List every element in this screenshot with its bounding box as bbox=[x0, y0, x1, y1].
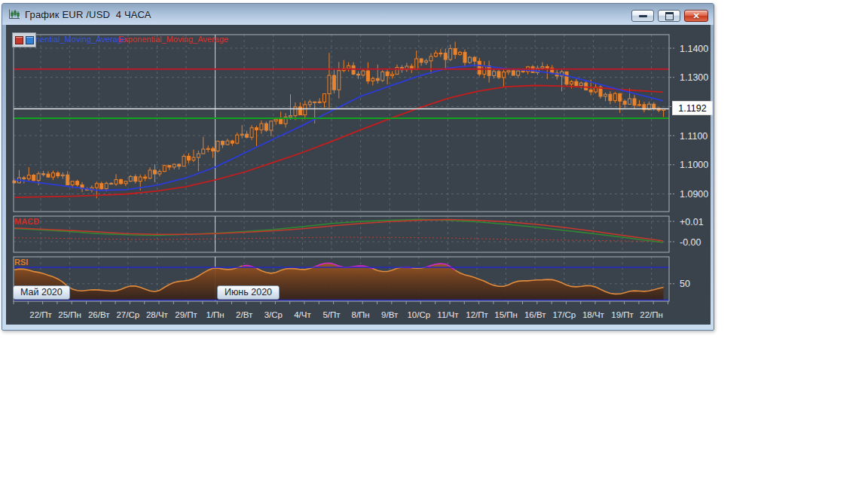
x-axis-label: 25/Пн bbox=[58, 310, 81, 319]
x-axis-label: 5/Пт bbox=[322, 310, 341, 319]
candle-body bbox=[473, 57, 476, 61]
candle-body bbox=[212, 148, 215, 151]
chart-canvas[interactable]: 1.14001.13001.11001.10001.0900+0.01-0.00… bbox=[6, 25, 711, 325]
window-title: График EUR /USD 4 ЧАСА bbox=[25, 9, 151, 20]
candle-body bbox=[386, 72, 389, 75]
candle-body bbox=[512, 71, 515, 75]
candle-body bbox=[521, 71, 524, 72]
candle-body bbox=[362, 71, 365, 75]
candle-body bbox=[115, 179, 118, 184]
candle-body bbox=[483, 66, 486, 75]
candle-body bbox=[139, 177, 142, 181]
macd-axis-label: +0.01 bbox=[680, 217, 704, 227]
candle-body bbox=[255, 128, 258, 130]
candle-body bbox=[609, 94, 612, 100]
candle-body bbox=[493, 72, 496, 75]
candle-body bbox=[318, 102, 321, 102]
candle-body bbox=[449, 49, 452, 59]
candle-body bbox=[153, 170, 156, 174]
candle-body bbox=[202, 149, 205, 154]
candle-body bbox=[575, 81, 578, 85]
x-axis-label: 8/Пн bbox=[351, 310, 369, 319]
candle-body bbox=[197, 154, 200, 157]
candle-body bbox=[429, 56, 432, 61]
rsi-area-fill bbox=[14, 263, 664, 300]
candle-body bbox=[347, 66, 350, 69]
candle-body bbox=[308, 102, 311, 105]
candle-body bbox=[158, 172, 161, 174]
x-axis-label: 2/Вт bbox=[236, 310, 253, 319]
candle-body bbox=[129, 176, 132, 181]
price-axis-label: 1.1300 bbox=[680, 72, 708, 83]
candle-body bbox=[604, 94, 607, 96]
candle-body bbox=[226, 141, 229, 145]
candle-body bbox=[541, 67, 544, 69]
candle-body bbox=[338, 71, 341, 90]
rsi-axis-label: 50 bbox=[680, 279, 690, 289]
macd-panel-label: MACD bbox=[14, 217, 39, 226]
candlestick-chart-icon bbox=[8, 9, 20, 20]
legend-red-swatch bbox=[15, 36, 23, 44]
month-button-june[interactable]: Июнь 2020 bbox=[217, 285, 280, 300]
x-axis-label: 18/Чт bbox=[582, 310, 605, 319]
candle-body bbox=[633, 99, 636, 105]
candle-body bbox=[420, 59, 423, 63]
ema-slow-line bbox=[14, 86, 663, 198]
candle-body bbox=[274, 120, 277, 121]
rsi-panel-label: RSI bbox=[14, 258, 28, 267]
x-axis-label: 10/Ср bbox=[407, 310, 430, 319]
price-axis-label: 1.0900 bbox=[680, 189, 708, 200]
candle-body bbox=[105, 183, 108, 188]
candle-body bbox=[478, 61, 481, 74]
candle-body bbox=[623, 101, 626, 104]
x-axis-label: 9/Вт bbox=[381, 310, 399, 319]
candle-body bbox=[51, 173, 54, 177]
candle-body bbox=[502, 72, 505, 78]
candle-body bbox=[628, 99, 631, 104]
maximize-button[interactable] bbox=[658, 10, 680, 22]
candle-body bbox=[134, 176, 137, 181]
candle-body bbox=[206, 148, 209, 149]
candle-body bbox=[546, 67, 549, 69]
candle-body bbox=[298, 107, 301, 115]
candle-body bbox=[178, 164, 181, 166]
close-button[interactable]: ✕ bbox=[684, 10, 708, 22]
candle-body bbox=[119, 179, 122, 183]
candle-body bbox=[27, 175, 30, 179]
candle-body bbox=[391, 75, 394, 76]
x-axis-label: 12/Пт bbox=[466, 310, 488, 319]
macd-axis-label: -0.00 bbox=[680, 237, 701, 248]
legend-color-box bbox=[12, 32, 36, 47]
candle-body bbox=[192, 157, 195, 160]
candle-body bbox=[487, 66, 491, 76]
desktop: { "window": { "title": "График EUR /USD … bbox=[0, 0, 868, 488]
candle-body bbox=[76, 181, 79, 185]
candle-body bbox=[231, 141, 234, 143]
window-controls: ✕ bbox=[631, 10, 708, 22]
candle-body bbox=[357, 74, 360, 75]
candle-body bbox=[366, 71, 369, 81]
candle-body bbox=[163, 166, 166, 172]
x-axis-label: 28/Чт bbox=[146, 310, 169, 319]
minimize-button[interactable] bbox=[631, 10, 654, 22]
candle-body bbox=[289, 116, 292, 117]
month-button-may[interactable]: Май 2020 bbox=[13, 285, 70, 300]
candle-body bbox=[187, 156, 190, 160]
candle-body bbox=[236, 135, 239, 143]
candle-body bbox=[37, 174, 40, 181]
x-axis-label: 29/Пт bbox=[175, 310, 197, 319]
candle-body bbox=[148, 170, 151, 178]
candle-body bbox=[619, 93, 622, 101]
current-price-badge: 1.1192 bbox=[672, 101, 713, 115]
x-axis-label: 11/Чт bbox=[437, 310, 459, 319]
x-axis-label: 26/Вт bbox=[88, 310, 110, 319]
candle-body bbox=[260, 124, 263, 130]
chart-client-area: 1.14001.13001.11001.10001.0900+0.01-0.00… bbox=[6, 25, 711, 325]
title-bar[interactable]: График EUR /USD 4 ЧАСА ✕ bbox=[2, 4, 714, 25]
candle-body bbox=[637, 105, 640, 105]
x-axis-label: 27/Ср bbox=[116, 310, 139, 319]
candle-body bbox=[47, 174, 50, 177]
candle-body bbox=[517, 71, 520, 75]
candle-body bbox=[294, 107, 297, 116]
candle-body bbox=[216, 141, 219, 151]
